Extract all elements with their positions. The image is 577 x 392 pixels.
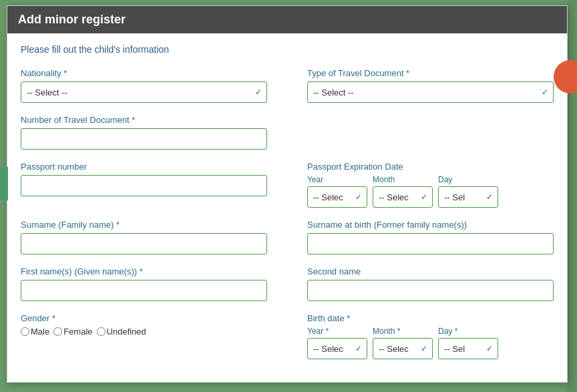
nationality-select-wrapper: -- Select -- ✓	[21, 81, 267, 103]
gender-female-option: Female	[53, 327, 92, 337]
birth-year-wrapper: -- Selec ✓	[307, 338, 367, 359]
gender-female-radio[interactable]	[53, 327, 62, 336]
gender-radio-group: Male Female Undefined	[21, 327, 267, 337]
right-accent	[567, 0, 577, 392]
travel-doc-number-input[interactable]	[21, 128, 267, 150]
passport-expiry-group: Passport Expiration Date Year -- Selec ✓	[307, 162, 554, 208]
passport-number-group: Passport number	[21, 162, 267, 208]
gender-undefined-label: Undefined	[107, 327, 146, 337]
modal-title: Add minor register	[18, 13, 126, 26]
birth-year-item: Year * -- Selec ✓	[307, 327, 367, 359]
birth-year-label: Year *	[307, 327, 329, 336]
second-name-input[interactable]	[307, 280, 554, 301]
birth-date-label: Birth date *	[307, 313, 554, 323]
placeholder-group-2	[307, 115, 554, 150]
surname-birth-label: Surname at birth (Former family name(s))	[307, 220, 554, 230]
passport-expiry-day-select[interactable]: -- Sel	[438, 186, 498, 208]
passport-expiry-month-item: Month -- Selec ✓	[373, 175, 433, 208]
birth-day-wrapper: -- Sel ✓	[438, 338, 498, 359]
passport-expiry-month-label: Month	[373, 175, 395, 184]
form-row-1: Nationality * -- Select -- ✓ Type of Tra…	[21, 68, 554, 103]
surname-label: Surname (Family name) *	[21, 220, 267, 230]
passport-expiry-selects: Year -- Selec ✓ Month	[307, 175, 554, 208]
passport-expiry-month-select[interactable]: -- Selec	[373, 186, 433, 208]
first-names-input[interactable]	[21, 280, 267, 301]
form-row-6: Gender * Male Female Undefined	[21, 313, 554, 359]
travel-doc-type-group: Type of Travel Document * -- Select -- ✓	[307, 68, 554, 103]
surname-input[interactable]	[21, 233, 267, 254]
second-name-label: Second name	[307, 266, 554, 276]
birth-day-item: Day * -- Sel ✓	[438, 327, 498, 359]
first-names-label: First name(s) (Given name(s)) *	[21, 266, 267, 276]
nationality-select[interactable]: -- Select --	[21, 81, 267, 103]
form-row-5: First name(s) (Given name(s)) * Second n…	[21, 266, 554, 301]
passport-expiry-year-label: Year	[307, 175, 323, 184]
travel-doc-number-label: Number of Travel Document *	[21, 115, 267, 125]
form-row-4: Surname (Family name) * Surname at birth…	[21, 220, 554, 254]
gender-male-option: Male	[21, 327, 49, 337]
travel-doc-type-select[interactable]: -- Select --	[307, 81, 554, 103]
surname-group: Surname (Family name) *	[21, 220, 267, 254]
gender-undefined-radio[interactable]	[97, 327, 106, 336]
birth-year-select[interactable]: -- Selec	[307, 338, 367, 359]
first-names-group: First name(s) (Given name(s)) *	[21, 266, 267, 301]
surname-birth-group: Surname at birth (Former family name(s))	[307, 220, 554, 254]
passport-number-label: Passport number	[21, 162, 267, 172]
nationality-group: Nationality * -- Select -- ✓	[21, 68, 267, 103]
passport-number-input[interactable]	[21, 175, 267, 196]
gender-label: Gender *	[21, 313, 267, 323]
birth-month-item: Month * -- Selec ✓	[373, 327, 433, 359]
travel-doc-type-label: Type of Travel Document *	[307, 68, 554, 78]
form-row-2: Number of Travel Document *	[21, 115, 554, 150]
birth-month-wrapper: -- Selec ✓	[373, 338, 433, 359]
birth-day-label: Day *	[438, 327, 457, 336]
gender-group: Gender * Male Female Undefined	[21, 313, 267, 359]
passport-expiry-month-wrapper: -- Selec ✓	[373, 186, 433, 208]
passport-expiry-year-wrapper: -- Selec ✓	[307, 186, 367, 208]
form-row-3: Passport number Passport Expiration Date…	[21, 162, 554, 208]
birth-day-select[interactable]: -- Sel	[438, 338, 498, 359]
nationality-label: Nationality *	[21, 68, 267, 78]
birth-month-label: Month *	[373, 327, 400, 336]
passport-expiry-day-label: Day	[438, 175, 452, 184]
passport-expiry-label: Passport Expiration Date	[307, 162, 554, 172]
gender-male-label: Male	[31, 327, 49, 337]
passport-expiry-day-item: Day -- Sel ✓	[438, 175, 498, 208]
passport-expiry-year-select[interactable]: -- Selec	[307, 186, 367, 208]
left-side-accent	[0, 167, 8, 200]
modal-container: Add minor register Please fill out the c…	[7, 5, 568, 383]
gender-female-label: Female	[63, 327, 92, 337]
travel-doc-number-group: Number of Travel Document *	[21, 115, 267, 150]
form-subtitle: Please fill out the child's information	[21, 44, 554, 55]
gender-undefined-option: Undefined	[97, 327, 146, 337]
gender-male-radio[interactable]	[21, 327, 29, 336]
modal-body: Please fill out the child's information …	[7, 33, 567, 382]
modal-header: Add minor register	[7, 6, 567, 33]
passport-expiry-year-item: Year -- Selec ✓	[307, 175, 367, 208]
passport-expiry-day-wrapper: -- Sel ✓	[438, 186, 498, 208]
birth-month-select[interactable]: -- Selec	[373, 338, 433, 359]
surname-birth-input[interactable]	[307, 233, 554, 254]
birth-date-group: Birth date * Year * -- Selec ✓	[307, 313, 554, 359]
second-name-group: Second name	[307, 266, 554, 301]
travel-doc-type-select-wrapper: -- Select -- ✓	[307, 81, 554, 103]
birth-date-selects: Year * -- Selec ✓ Month *	[307, 327, 554, 359]
